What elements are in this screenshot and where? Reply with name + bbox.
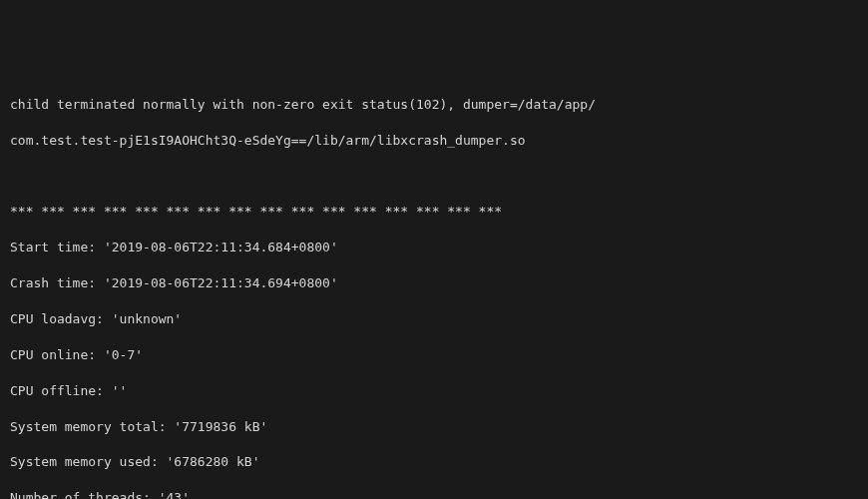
blank-line	[10, 167, 858, 185]
mem-total: System memory total: '7719836 kB'	[10, 418, 858, 436]
mem-used: System memory used: '6786280 kB'	[10, 453, 858, 471]
cpu-offline: CPU offline: ''	[10, 382, 858, 400]
cpu-loadavg: CPU loadavg: 'unknown'	[10, 310, 858, 328]
header-line-1: child terminated normally with non-zero …	[10, 96, 858, 114]
start-time: Start time: '2019-08-06T22:11:34.684+080…	[10, 239, 858, 256]
crash-log-output: child terminated normally with non-zero …	[10, 78, 858, 499]
header-line-2: com.test.test-pjE1sI9AOHCht3Q-eSdeYg==/l…	[10, 132, 858, 150]
separator-line: *** *** *** *** *** *** *** *** *** *** …	[10, 203, 858, 221]
num-threads: Number of threads: '43'	[10, 489, 858, 499]
crash-time: Crash time: '2019-08-06T22:11:34.694+080…	[10, 274, 858, 292]
cpu-online: CPU online: '0-7'	[10, 346, 858, 364]
